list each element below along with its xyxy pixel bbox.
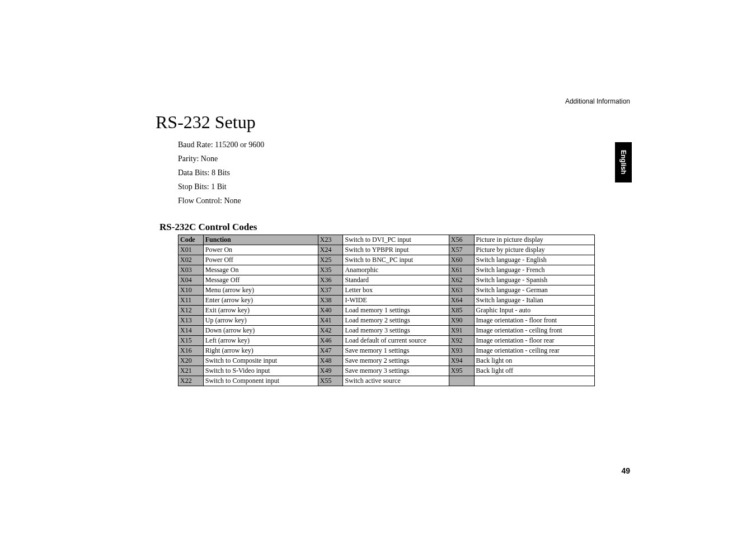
table-cell: Standard [343, 275, 449, 285]
table-cell: X14 [179, 326, 204, 336]
table-cell: X40 [318, 306, 343, 316]
table-row: X13 Up (arrow key) X41 Load memory 2 set… [179, 316, 595, 326]
page-title: RS-232 Setup [156, 112, 256, 133]
setting-flow: Flow Control: None [178, 194, 264, 208]
table-cell: Image orientation - floor rear [474, 336, 594, 346]
table-row: X21 Switch to S-Video input X49 Save mem… [179, 366, 595, 376]
table-cell: Picture in picture display [474, 235, 594, 245]
table-cell: X20 [179, 356, 204, 366]
table-cell: X22 [179, 376, 204, 386]
table-cell: Switch to YPBPR input [343, 245, 449, 255]
th-code: Code [179, 235, 204, 245]
table-cell: Message Off [203, 275, 318, 285]
table-cell: I-WIDE [343, 296, 449, 306]
table-cell: X95 [449, 366, 474, 376]
table-cell: X62 [449, 275, 474, 285]
table-cell: Message On [203, 265, 318, 275]
header-text: Additional Information [565, 97, 630, 105]
table-cell: Switch language - Spanish [474, 275, 594, 285]
table-cell: X60 [449, 255, 474, 265]
table-row: X01 Power On X24 Switch to YPBPR input X… [179, 245, 595, 255]
table-cell: X35 [318, 265, 343, 275]
table-cell: X25 [318, 255, 343, 265]
table-row: X03 Message On X35 Anamorphic X61 Switch… [179, 265, 595, 275]
table-cell: X01 [179, 245, 204, 255]
table-cell: Power Off [203, 255, 318, 265]
table-row: X20 Switch to Composite input X48 Save m… [179, 356, 595, 366]
table-cell: Right (arrow key) [203, 346, 318, 356]
table-cell: X16 [179, 346, 204, 356]
table-cell: X94 [449, 356, 474, 366]
table-cell: Save memory 1 settings [343, 346, 449, 356]
table-cell: X24 [318, 245, 343, 255]
table-row: X10 Menu (arrow key) X37 Letter box X63 … [179, 285, 595, 296]
table-cell: Menu (arrow key) [203, 285, 318, 296]
table-row: X11 Enter (arrow key) X38 I-WIDE X64 Swi… [179, 296, 595, 306]
codes-table: Code Function X23 Switch to DVI_PC input… [178, 235, 595, 386]
page-container: Additional Information English RS-232 Se… [0, 0, 756, 534]
table-cell: X38 [318, 296, 343, 306]
table-cell: X41 [318, 316, 343, 326]
table-cell: X93 [449, 346, 474, 356]
table-cell: X85 [449, 306, 474, 316]
table-cell: Save memory 2 settings [343, 356, 449, 366]
table-cell: X47 [318, 346, 343, 356]
table-cell: Switch to Composite input [203, 356, 318, 366]
table-row: X12 Exit (arrow key) X40 Load memory 1 s… [179, 306, 595, 316]
table-cell: Graphic Input - auto [474, 306, 594, 316]
table-cell: X21 [179, 366, 204, 376]
table-cell: X56 [449, 235, 474, 245]
table-cell: Switch language - German [474, 285, 594, 296]
table-cell: X04 [179, 275, 204, 285]
table-cell: Exit (arrow key) [203, 306, 318, 316]
table-cell: X90 [449, 316, 474, 326]
table-cell: Image orientation - floor front [474, 316, 594, 326]
table-cell: Load memory 3 settings [343, 326, 449, 336]
table-cell: X02 [179, 255, 204, 265]
language-tab: English [615, 142, 632, 182]
table-cell: X23 [318, 235, 343, 245]
table-cell: X49 [318, 366, 343, 376]
table-cell: Left (arrow key) [203, 336, 318, 346]
th-function: Function [203, 235, 318, 245]
table-cell: Image orientation - ceiling front [474, 326, 594, 336]
table-cell: X10 [179, 285, 204, 296]
table-cell: Back light off [474, 366, 594, 376]
table-cell: X92 [449, 336, 474, 346]
table-cell: Picture by picture display [474, 245, 594, 255]
table-cell: X03 [179, 265, 204, 275]
table-cell: X12 [179, 306, 204, 316]
table-cell: Up (arrow key) [203, 316, 318, 326]
table-cell-empty [474, 376, 594, 386]
table-row: X02 Power Off X25 Switch to BNC_PC input… [179, 255, 595, 265]
table-cell: Load memory 1 settings [343, 306, 449, 316]
table-cell: Switch to Component input [203, 376, 318, 386]
table-cell: X13 [179, 316, 204, 326]
table-cell: X42 [318, 326, 343, 336]
table-cell: X11 [179, 296, 204, 306]
table-row: X22 Switch to Component input X55 Switch… [179, 376, 595, 386]
table-row: X04 Message Off X36 Standard X62 Switch … [179, 275, 595, 285]
subheading: RS-232C Control Codes [159, 222, 257, 233]
table-cell: X37 [318, 285, 343, 296]
table-cell: Power On [203, 245, 318, 255]
table-cell: Switch language - English [474, 255, 594, 265]
table-cell: Down (arrow key) [203, 326, 318, 336]
table-cell: Load default of current source [343, 336, 449, 346]
table-cell: Save memory 3 settings [343, 366, 449, 376]
table-cell: X91 [449, 326, 474, 336]
table-cell: Image orientation - ceiling rear [474, 346, 594, 356]
table-cell: X15 [179, 336, 204, 346]
table-cell: X36 [318, 275, 343, 285]
table-header-row: Code Function X23 Switch to DVI_PC input… [179, 235, 595, 245]
table-cell: Switch to DVI_PC input [343, 235, 449, 245]
table-cell: Anamorphic [343, 265, 449, 275]
table-row: X14 Down (arrow key) X42 Load memory 3 s… [179, 326, 595, 336]
table-row: X16 Right (arrow key) X47 Save memory 1 … [179, 346, 595, 356]
table-cell: X46 [318, 336, 343, 346]
table-cell: X55 [318, 376, 343, 386]
table-cell: Switch active source [343, 376, 449, 386]
table-cell: Back light on [474, 356, 594, 366]
table-cell: Load memory 2 settings [343, 316, 449, 326]
table-row: X15 Left (arrow key) X46 Load default of… [179, 336, 595, 346]
